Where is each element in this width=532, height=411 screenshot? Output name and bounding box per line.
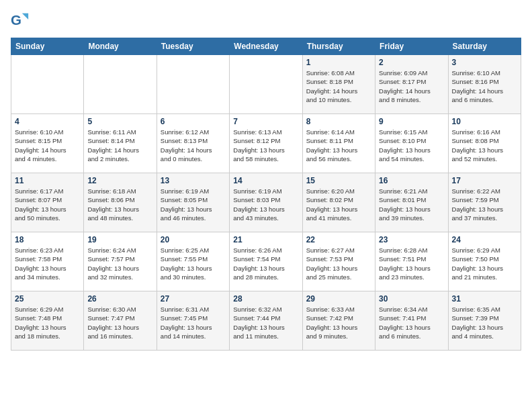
day-number: 21 — [233, 235, 298, 244]
calendar-cell: 13Sunrise: 6:19 AM Sunset: 8:05 PM Dayli… — [157, 173, 229, 232]
calendar-cell: 29Sunrise: 6:33 AM Sunset: 7:42 PM Dayli… — [302, 291, 375, 351]
day-number: 9 — [379, 117, 444, 126]
day-number: 5 — [87, 117, 152, 126]
day-info: Sunrise: 6:08 AM Sunset: 8:18 PM Dayligh… — [306, 68, 371, 104]
day-info: Sunrise: 6:29 AM Sunset: 7:50 PM Dayligh… — [452, 246, 517, 281]
day-info: Sunrise: 6:11 AM Sunset: 8:14 PM Dayligh… — [87, 128, 152, 163]
day-number: 12 — [87, 176, 152, 185]
weekday-header: Friday — [375, 38, 448, 55]
day-number: 22 — [306, 235, 371, 244]
day-number: 19 — [87, 235, 152, 244]
calendar-cell — [11, 55, 84, 114]
calendar-cell: 19Sunrise: 6:24 AM Sunset: 7:57 PM Dayli… — [84, 232, 157, 291]
logo-icon: G — [11, 11, 30, 30]
calendar-cell: 18Sunrise: 6:23 AM Sunset: 7:58 PM Dayli… — [11, 232, 84, 291]
calendar-cell: 26Sunrise: 6:30 AM Sunset: 7:47 PM Dayli… — [84, 291, 157, 351]
calendar-cell: 5Sunrise: 6:11 AM Sunset: 8:14 PM Daylig… — [84, 114, 157, 173]
day-info: Sunrise: 6:25 AM Sunset: 7:55 PM Dayligh… — [161, 246, 226, 281]
day-info: Sunrise: 6:15 AM Sunset: 8:10 PM Dayligh… — [379, 128, 444, 163]
calendar-cell: 14Sunrise: 6:19 AM Sunset: 8:03 PM Dayli… — [230, 173, 302, 232]
calendar-cell: 11Sunrise: 6:17 AM Sunset: 8:07 PM Dayli… — [11, 173, 84, 232]
calendar-cell: 24Sunrise: 6:29 AM Sunset: 7:50 PM Dayli… — [448, 232, 521, 291]
day-number: 27 — [161, 294, 226, 304]
day-number: 20 — [161, 235, 226, 244]
day-number: 30 — [379, 294, 444, 304]
calendar-cell: 27Sunrise: 6:31 AM Sunset: 7:45 PM Dayli… — [157, 291, 229, 351]
calendar-cell: 10Sunrise: 6:16 AM Sunset: 8:08 PM Dayli… — [448, 114, 521, 173]
day-number: 16 — [379, 176, 444, 185]
calendar-cell: 16Sunrise: 6:21 AM Sunset: 8:01 PM Dayli… — [375, 173, 448, 232]
day-info: Sunrise: 6:16 AM Sunset: 8:08 PM Dayligh… — [452, 128, 517, 163]
day-info: Sunrise: 6:10 AM Sunset: 8:15 PM Dayligh… — [15, 128, 80, 163]
day-info: Sunrise: 6:12 AM Sunset: 8:13 PM Dayligh… — [161, 128, 226, 163]
day-number: 23 — [379, 235, 444, 244]
day-number: 15 — [306, 176, 371, 185]
day-info: Sunrise: 6:20 AM Sunset: 8:02 PM Dayligh… — [306, 187, 371, 222]
calendar-cell: 25Sunrise: 6:29 AM Sunset: 7:48 PM Dayli… — [11, 291, 84, 351]
calendar-body: 1Sunrise: 6:08 AM Sunset: 8:18 PM Daylig… — [11, 55, 521, 351]
day-number: 26 — [87, 294, 152, 304]
calendar-cell: 6Sunrise: 6:12 AM Sunset: 8:13 PM Daylig… — [157, 114, 229, 173]
day-info: Sunrise: 6:09 AM Sunset: 8:17 PM Dayligh… — [379, 68, 444, 104]
page-header: G — [11, 11, 521, 30]
day-number: 13 — [161, 176, 226, 185]
calendar-cell: 23Sunrise: 6:28 AM Sunset: 7:51 PM Dayli… — [375, 232, 448, 291]
calendar-cell — [230, 55, 302, 114]
day-info: Sunrise: 6:17 AM Sunset: 8:07 PM Dayligh… — [15, 187, 80, 222]
day-number: 7 — [233, 117, 298, 126]
day-info: Sunrise: 6:22 AM Sunset: 7:59 PM Dayligh… — [452, 187, 517, 222]
calendar-cell: 20Sunrise: 6:25 AM Sunset: 7:55 PM Dayli… — [157, 232, 229, 291]
day-number: 24 — [452, 235, 517, 244]
logo: G — [11, 11, 32, 30]
day-info: Sunrise: 6:13 AM Sunset: 8:12 PM Dayligh… — [233, 128, 298, 163]
day-number: 31 — [452, 294, 517, 304]
day-info: Sunrise: 6:29 AM Sunset: 7:48 PM Dayligh… — [15, 305, 80, 340]
calendar-cell: 15Sunrise: 6:20 AM Sunset: 8:02 PM Dayli… — [302, 173, 375, 232]
day-info: Sunrise: 6:34 AM Sunset: 7:41 PM Dayligh… — [379, 305, 444, 340]
day-info: Sunrise: 6:31 AM Sunset: 7:45 PM Dayligh… — [161, 305, 226, 340]
day-info: Sunrise: 6:30 AM Sunset: 7:47 PM Dayligh… — [87, 305, 152, 340]
calendar-cell: 4Sunrise: 6:10 AM Sunset: 8:15 PM Daylig… — [11, 114, 84, 173]
day-number: 10 — [452, 117, 517, 126]
day-number: 3 — [452, 58, 517, 67]
day-info: Sunrise: 6:28 AM Sunset: 7:51 PM Dayligh… — [379, 246, 444, 281]
calendar-cell: 1Sunrise: 6:08 AM Sunset: 8:18 PM Daylig… — [302, 55, 375, 114]
svg-text:G: G — [11, 12, 21, 28]
calendar-cell: 7Sunrise: 6:13 AM Sunset: 8:12 PM Daylig… — [230, 114, 302, 173]
calendar-cell: 9Sunrise: 6:15 AM Sunset: 8:10 PM Daylig… — [375, 114, 448, 173]
day-number: 14 — [233, 176, 298, 185]
calendar-cell: 28Sunrise: 6:32 AM Sunset: 7:44 PM Dayli… — [230, 291, 302, 351]
calendar-cell: 22Sunrise: 6:27 AM Sunset: 7:53 PM Dayli… — [302, 232, 375, 291]
day-number: 2 — [379, 58, 444, 67]
day-info: Sunrise: 6:21 AM Sunset: 8:01 PM Dayligh… — [379, 187, 444, 222]
calendar-cell: 30Sunrise: 6:34 AM Sunset: 7:41 PM Dayli… — [375, 291, 448, 351]
calendar-cell: 8Sunrise: 6:14 AM Sunset: 8:11 PM Daylig… — [302, 114, 375, 173]
day-number: 25 — [15, 294, 80, 304]
calendar-cell: 17Sunrise: 6:22 AM Sunset: 7:59 PM Dayli… — [448, 173, 521, 232]
calendar-header-row: SundayMondayTuesdayWednesdayThursdayFrid… — [11, 38, 521, 55]
calendar-week-row: 11Sunrise: 6:17 AM Sunset: 8:07 PM Dayli… — [11, 173, 521, 232]
day-info: Sunrise: 6:14 AM Sunset: 8:11 PM Dayligh… — [306, 128, 371, 163]
weekday-header: Tuesday — [157, 38, 229, 55]
calendar-cell: 31Sunrise: 6:35 AM Sunset: 7:39 PM Dayli… — [448, 291, 521, 351]
day-number: 18 — [15, 235, 80, 244]
day-info: Sunrise: 6:18 AM Sunset: 8:06 PM Dayligh… — [87, 187, 152, 222]
day-info: Sunrise: 6:32 AM Sunset: 7:44 PM Dayligh… — [233, 305, 298, 340]
day-number: 11 — [15, 176, 80, 185]
day-info: Sunrise: 6:33 AM Sunset: 7:42 PM Dayligh… — [306, 305, 371, 340]
weekday-header: Sunday — [11, 38, 84, 55]
weekday-header: Thursday — [302, 38, 375, 55]
weekday-header: Saturday — [448, 38, 521, 55]
weekday-header: Wednesday — [230, 38, 302, 55]
day-info: Sunrise: 6:26 AM Sunset: 7:54 PM Dayligh… — [233, 246, 298, 281]
calendar-cell — [157, 55, 229, 114]
day-info: Sunrise: 6:10 AM Sunset: 8:16 PM Dayligh… — [452, 68, 517, 104]
svg-marker-1 — [22, 13, 28, 19]
day-number: 28 — [233, 294, 298, 304]
calendar-table: SundayMondayTuesdayWednesdayThursdayFrid… — [11, 38, 521, 351]
day-number: 8 — [306, 117, 371, 126]
day-number: 29 — [306, 294, 371, 304]
calendar-week-row: 1Sunrise: 6:08 AM Sunset: 8:18 PM Daylig… — [11, 55, 521, 114]
day-info: Sunrise: 6:35 AM Sunset: 7:39 PM Dayligh… — [452, 305, 517, 340]
weekday-header: Monday — [84, 38, 157, 55]
